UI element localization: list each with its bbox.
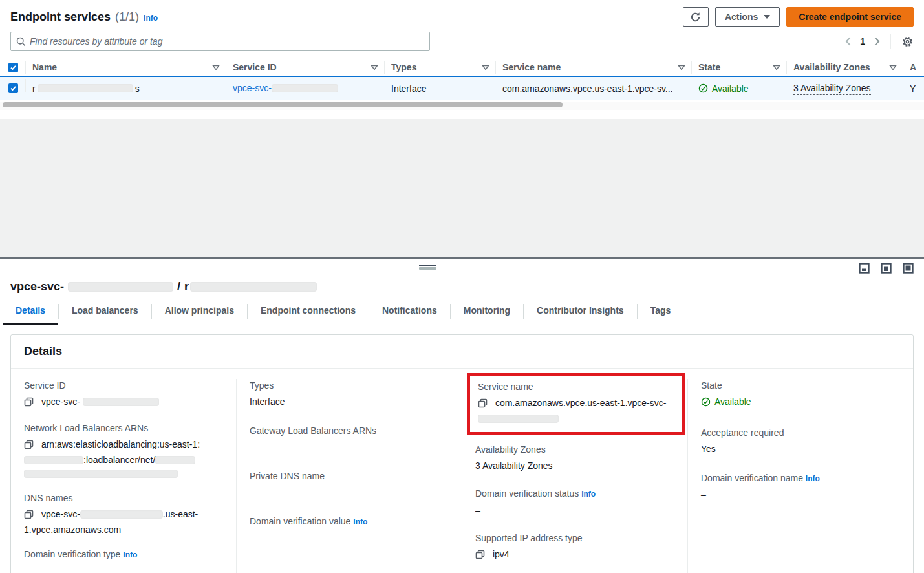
field-service-id: Service ID vpce-svc- [24, 379, 223, 411]
field-service-name: Service name com.amazonaws.vpce.us-east-… [478, 380, 674, 426]
info-link[interactable]: Info [806, 474, 820, 483]
check-circle-icon [701, 397, 711, 407]
field-value: arn:aws:elasticloadbalancing:us-east-1::… [24, 438, 223, 481]
panel-title-name: r [184, 280, 189, 294]
info-link[interactable]: Info [123, 550, 137, 559]
sort-icon[interactable] [482, 65, 489, 70]
search-input[interactable] [30, 36, 424, 47]
cell-state: Available [692, 77, 787, 100]
redacted-text [190, 282, 317, 292]
page-title: Endpoint services [10, 10, 111, 24]
sort-icon[interactable] [212, 65, 220, 70]
panel-position-split-icon[interactable] [881, 263, 892, 274]
refresh-button[interactable] [683, 7, 709, 27]
field-label: Service name [478, 380, 674, 393]
actions-button[interactable]: Actions [715, 7, 780, 27]
state-available: Available [698, 83, 749, 94]
create-endpoint-service-button[interactable]: Create endpoint service [786, 7, 914, 27]
cell-availability-zones: 3 Availability Zones [787, 77, 903, 100]
header-actions: Actions Create endpoint service [683, 7, 914, 27]
previous-page-icon[interactable] [845, 37, 851, 46]
column-header-service-id[interactable]: Service ID [226, 59, 385, 76]
field-value: – [701, 488, 900, 502]
field-value: com.amazonaws.vpce.us-east-1.vpce-svc- [478, 396, 674, 426]
panel-title-prefix: vpce-svc- [10, 280, 64, 294]
current-page-number[interactable]: 1 [860, 36, 865, 47]
service-id-text: vpce-svc- [233, 82, 272, 94]
sort-icon[interactable] [889, 65, 897, 70]
service-id-link[interactable]: vpce-svc- [233, 82, 338, 94]
field-label: State [701, 379, 900, 392]
pagination: 1 [845, 34, 914, 49]
tab-notifications[interactable]: Notifications [369, 301, 450, 325]
checkbox-checked-icon[interactable] [8, 83, 18, 93]
state-available: Available [701, 395, 751, 409]
cell-acceptance: Y [903, 77, 924, 100]
field-value: – [24, 565, 223, 573]
spacer [0, 110, 924, 119]
horizontal-scrollbar-thumb[interactable] [3, 102, 563, 107]
details-heading: Details [24, 345, 900, 358]
field-state: State Available [701, 379, 900, 411]
field-value: – [250, 486, 449, 499]
copy-icon[interactable] [24, 511, 36, 521]
field-value: – [250, 532, 449, 545]
availability-zones-popover[interactable]: 3 Availability Zones [793, 82, 871, 95]
sort-icon[interactable] [371, 65, 378, 70]
copy-icon[interactable] [475, 551, 488, 561]
availability-zones-popover[interactable]: 3 Availability Zones [475, 460, 553, 471]
tab-details[interactable]: Details [3, 301, 58, 325]
column-header-name[interactable]: Name [26, 59, 226, 76]
column-header-service-name[interactable]: Service name [496, 59, 692, 76]
info-link[interactable]: Info [581, 490, 596, 499]
search-box[interactable] [10, 32, 430, 51]
column-header-state[interactable]: State [692, 59, 787, 76]
next-page-icon[interactable] [874, 37, 880, 46]
nlb-arn-text: :loadbalancer/net/ [83, 455, 155, 465]
redacted-text [83, 398, 159, 406]
title-info-link[interactable]: Info [144, 14, 158, 23]
content-background [0, 119, 924, 257]
field-gateway-lb-arns: Gateway Load Balancers ARNs – [250, 424, 449, 454]
tab-monitoring[interactable]: Monitoring [451, 301, 523, 325]
redacted-text [478, 415, 559, 423]
column-header-availability-zones[interactable]: Availability Zones [787, 59, 903, 76]
field-supported-ip: Supported IP address type ipv4 [475, 532, 674, 563]
tab-allow-principals[interactable]: Allow principals [152, 301, 247, 325]
field-dns-names: DNS names vpce-svc-.us-east-1.vpce.amazo… [24, 492, 223, 537]
field-label: Domain verification name Info [701, 471, 900, 485]
field-acceptance-required: Acceptance required Yes [701, 426, 900, 456]
copy-icon[interactable] [478, 400, 490, 410]
split-panel: vpce-svc- / r Details Load balancers All… [0, 257, 924, 573]
column-header-acceptance[interactable]: A [903, 59, 924, 76]
details-card-body: Service ID vpce-svc- Network Load Balanc… [11, 369, 913, 573]
copy-icon[interactable] [24, 441, 36, 451]
column-header-types[interactable]: Types [385, 59, 496, 76]
highlight-box: Service name com.amazonaws.vpce.us-east-… [467, 373, 685, 435]
sort-icon[interactable] [773, 65, 780, 70]
field-value: – [475, 504, 674, 517]
select-all-checkbox[interactable] [0, 59, 26, 76]
split-panel-drag-handle[interactable] [419, 265, 436, 270]
field-availability-zones: Availability Zones 3 Availability Zones [475, 443, 674, 473]
nlb-arn-text: arn:aws:elasticloadbalancing:us-east- [41, 439, 192, 449]
horizontal-scrollbar-track[interactable] [0, 102, 924, 110]
copy-icon[interactable] [24, 398, 36, 409]
cell-service-name: com.amazonaws.vpce.us-east-1.vpce-sv... [496, 77, 692, 100]
panel-position-full-icon[interactable] [903, 263, 914, 274]
dns-name-text: vpce-svc- [41, 509, 80, 519]
row-checkbox[interactable] [0, 77, 26, 100]
tab-contributor-insights[interactable]: Contributor Insights [524, 301, 637, 325]
endpoint-services-table: Name Service ID Types Service name State… [0, 59, 924, 110]
tab-load-balancers[interactable]: Load balancers [59, 301, 151, 325]
tab-tags[interactable]: Tags [638, 301, 684, 325]
redacted-text [155, 456, 195, 464]
preferences-gear-icon[interactable] [901, 36, 914, 48]
sort-icon[interactable] [678, 65, 685, 70]
tab-endpoint-connections[interactable]: Endpoint connections [248, 301, 369, 325]
panel-position-bottom-icon[interactable] [859, 263, 870, 274]
field-types: Types Interface [250, 379, 449, 409]
info-link[interactable]: Info [353, 517, 367, 526]
checkbox-checked-icon[interactable] [8, 63, 18, 72]
table-row[interactable]: r s vpce-svc- Interface com.amazonaws.vp… [0, 76, 924, 100]
